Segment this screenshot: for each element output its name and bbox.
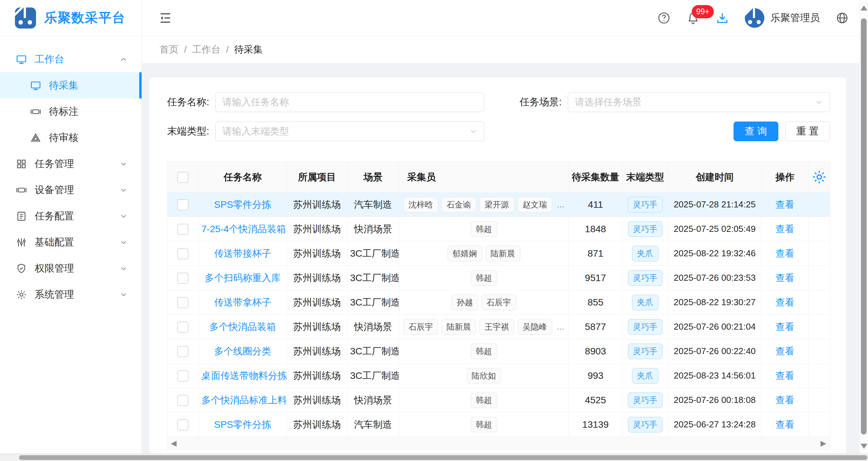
sidebar-item-device-management[interactable]: 设备管理 bbox=[0, 177, 142, 203]
settings-cell bbox=[809, 412, 830, 437]
settings-cell bbox=[809, 290, 830, 315]
select-all-checkbox[interactable] bbox=[177, 172, 188, 183]
view-link[interactable]: 查看 bbox=[776, 224, 795, 234]
row-checkbox[interactable] bbox=[177, 199, 188, 210]
view-link[interactable]: 查看 bbox=[776, 370, 795, 381]
app-root: 乐聚数采平台 工作台 待采集 bbox=[0, 0, 868, 454]
task-name-link[interactable]: 多个扫码称重入库 bbox=[205, 273, 281, 283]
row-checkbox[interactable] bbox=[177, 321, 188, 333]
sidebar-item-system-management[interactable]: 系统管理 bbox=[0, 281, 142, 308]
collector-tag: 石金谕 bbox=[441, 197, 476, 213]
view-link[interactable]: 查看 bbox=[776, 297, 795, 308]
scene-cell: 3C工厂制造 bbox=[347, 290, 399, 315]
created-cell: 2025-07-26 00:23:53 bbox=[668, 266, 762, 290]
scene-cell: 3C工厂制造 bbox=[347, 364, 399, 388]
filter-row-1: 任务名称: 任务场景: 请选择任务场景 bbox=[167, 92, 830, 112]
task-name-label: 任务名称: bbox=[167, 95, 209, 109]
bell-icon[interactable]: 99+ bbox=[686, 11, 700, 25]
settings-cell bbox=[809, 217, 830, 241]
breadcrumb-home[interactable]: 首页 bbox=[160, 43, 179, 56]
table-row: SPS零件分拣 苏州训练场 汽车制造 沈梓晗石金谕梁开源赵文瑞... 411 灵… bbox=[167, 192, 830, 217]
sidebar-item-workbench[interactable]: 工作台 bbox=[0, 46, 142, 72]
collectors-cell: 郁婧娴陆新晨 bbox=[402, 246, 566, 261]
task-name-link[interactable]: 多个线圈分类 bbox=[214, 346, 271, 356]
settings-cell bbox=[809, 339, 830, 364]
row-checkbox[interactable] bbox=[177, 395, 188, 406]
created-cell: 2025-08-22 19:30:27 bbox=[668, 290, 762, 315]
horizontal-scrollbar[interactable] bbox=[0, 454, 868, 461]
end-type-tag: 灵巧手 bbox=[628, 221, 663, 237]
task-scene-select[interactable]: 请选择任务场景 bbox=[568, 92, 830, 112]
breadcrumb-workbench[interactable]: 工作台 bbox=[192, 43, 221, 56]
scroll-down-icon[interactable] bbox=[861, 444, 867, 449]
chevron-down-icon bbox=[119, 264, 128, 273]
vertical-scrollbar[interactable] bbox=[859, 0, 868, 454]
help-icon[interactable] bbox=[657, 11, 671, 25]
monitor-icon bbox=[16, 54, 27, 65]
main-area: 99+ bbox=[142, 0, 859, 454]
count-cell: 855 bbox=[569, 290, 622, 315]
view-link[interactable]: 查看 bbox=[776, 346, 795, 356]
sidebar-item-task-management[interactable]: 任务管理 bbox=[0, 151, 142, 177]
sidebar-item-basic-config[interactable]: 基础配置 bbox=[0, 229, 142, 255]
task-name-link[interactable]: 桌面传送带物料分拣 bbox=[201, 370, 287, 381]
row-checkbox[interactable] bbox=[177, 370, 188, 382]
task-name-link[interactable]: 传送带接杯子 bbox=[214, 248, 271, 259]
view-link[interactable]: 查看 bbox=[776, 419, 795, 430]
column-settings-icon[interactable] bbox=[811, 162, 827, 192]
view-link[interactable]: 查看 bbox=[776, 248, 795, 259]
avatar bbox=[745, 8, 764, 28]
task-name-link[interactable]: 7-25-4个快消品装箱 bbox=[201, 224, 286, 234]
menu-fold-icon[interactable] bbox=[158, 11, 173, 25]
task-name-link[interactable]: 多个快消品装箱 bbox=[210, 321, 276, 332]
settings-cell bbox=[809, 241, 830, 266]
row-checkbox[interactable] bbox=[177, 297, 188, 308]
frame-icon bbox=[30, 106, 41, 117]
end-type-tag: 夹爪 bbox=[632, 368, 658, 384]
sidebar-item-to-annotate[interactable]: 待标注 bbox=[0, 98, 142, 125]
sidebar-item-to-review[interactable]: 待审核 bbox=[0, 125, 142, 151]
row-checkbox[interactable] bbox=[177, 273, 188, 284]
scroll-up-icon[interactable] bbox=[861, 5, 867, 11]
collectors-cell: 韩超 bbox=[402, 270, 566, 286]
row-checkbox[interactable] bbox=[177, 419, 188, 430]
view-link[interactable]: 查看 bbox=[776, 273, 795, 283]
project-cell: 苏州训练场 bbox=[287, 290, 347, 315]
user-menu[interactable]: 乐聚管理员 bbox=[745, 8, 820, 28]
chevron-down-icon bbox=[119, 212, 128, 221]
reset-button[interactable]: 重 置 bbox=[785, 122, 830, 141]
view-link[interactable]: 查看 bbox=[776, 395, 795, 405]
chevron-down-icon bbox=[815, 98, 824, 107]
col-end-type: 末端类型 bbox=[622, 162, 668, 192]
task-name-input[interactable] bbox=[215, 92, 484, 112]
task-name-link[interactable]: 传送带拿杯子 bbox=[214, 297, 271, 308]
sidebar-item-to-collect[interactable]: 待采集 bbox=[0, 72, 142, 98]
collector-tag: 陆欣如 bbox=[467, 368, 501, 384]
settings-cell bbox=[809, 388, 830, 412]
col-actions: 操作 bbox=[762, 162, 809, 192]
sidebar-item-task-config[interactable]: 任务配置 bbox=[0, 203, 142, 229]
collector-tag: 王宇祺 bbox=[480, 319, 514, 335]
row-checkbox[interactable] bbox=[177, 224, 188, 235]
row-checkbox[interactable] bbox=[177, 248, 188, 259]
collectors-cell: 孙越石辰宇 bbox=[402, 295, 566, 310]
vertical-scrollbar-thumb[interactable] bbox=[861, 18, 867, 435]
content-card: 任务名称: 任务场景: 请选择任务场景 bbox=[149, 77, 846, 454]
end-type-tag: 夹爪 bbox=[632, 295, 658, 310]
globe-icon[interactable] bbox=[835, 11, 849, 25]
task-name-link[interactable]: 多个快消品标准上料 bbox=[201, 395, 287, 405]
col-project: 所属项目 bbox=[287, 162, 347, 192]
sidebar-item-permission-management[interactable]: 权限管理 bbox=[0, 255, 142, 281]
scroll-left-icon[interactable]: ◀ bbox=[171, 440, 177, 447]
task-name-link[interactable]: SPS零件分拣 bbox=[214, 419, 271, 430]
end-type-select[interactable]: 请输入末端类型 bbox=[215, 122, 484, 141]
row-checkbox[interactable] bbox=[177, 346, 188, 357]
download-icon[interactable] bbox=[716, 11, 729, 25]
horizontal-scrollbar-thumb[interactable] bbox=[19, 455, 867, 460]
task-name-link[interactable]: SPS零件分拣 bbox=[214, 199, 271, 210]
view-link[interactable]: 查看 bbox=[776, 321, 795, 332]
scroll-right-icon[interactable]: ▶ bbox=[820, 440, 826, 447]
view-link[interactable]: 查看 bbox=[776, 199, 795, 210]
collector-tag: 韩超 bbox=[471, 221, 497, 237]
search-button[interactable]: 查 询 bbox=[734, 122, 778, 141]
